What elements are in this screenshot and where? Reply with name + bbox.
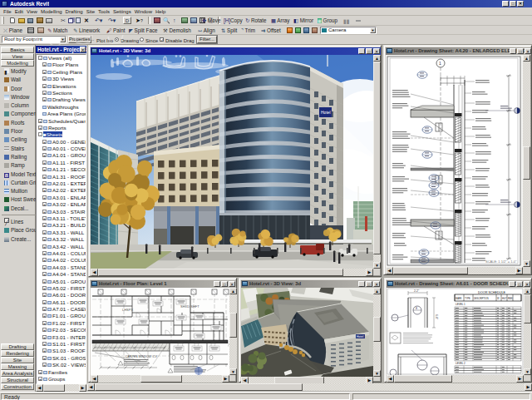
svg-text:LEVEL 1: LEVEL 1: [456, 303, 466, 306]
svg-text:SCALE: 1 1/2" = 1-0": SCALE: 1 1/2" = 1-0": [485, 259, 517, 264]
svg-text:Hotel: Hotel: [357, 335, 363, 338]
svg-text:Hotel: Hotel: [321, 110, 331, 115]
svg-text:SHXD SHFT: SHXD SHFT: [180, 304, 200, 309]
svg-text:1: 1: [439, 61, 441, 66]
svg-text:TYPE: TYPE: [465, 297, 470, 300]
svg-text:MARK: MARK: [456, 297, 462, 300]
svg-text:DESCRIPTION: DESCRIPTION: [474, 297, 489, 300]
svg-text:LHSPX: LHSPX: [122, 308, 133, 312]
svg-text:2-2": 2-2": [414, 289, 420, 293]
svg-text:LEVEL 2: LEVEL 2: [456, 362, 466, 365]
svg-text:HGT: HGT: [502, 297, 507, 300]
svg-text:CARPEN WINDOW .CV: CARPEN WINDOW .CV: [126, 355, 157, 358]
svg-text:6-8": 6-8": [435, 314, 438, 320]
svg-text:DOOR SCHEDULE: DOOR SCHEDULE: [478, 291, 506, 294]
svg-text:8: 8: [416, 307, 417, 310]
svg-text:RMK: RMK: [508, 297, 513, 300]
